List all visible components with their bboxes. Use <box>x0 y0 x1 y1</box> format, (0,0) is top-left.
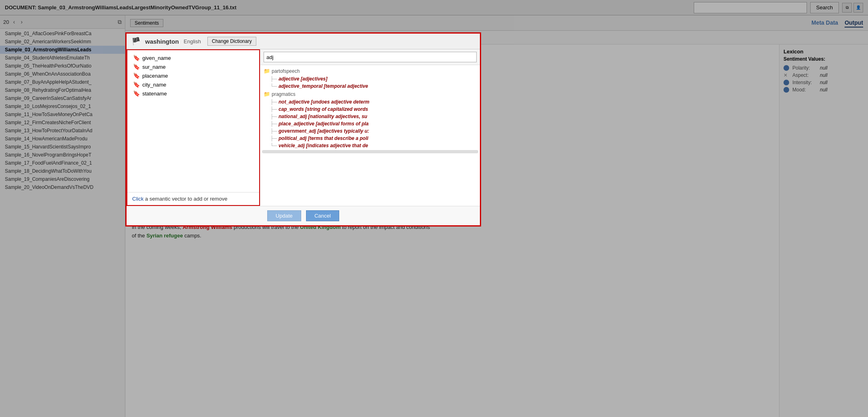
list-item[interactable]: 🔖 city_name <box>131 80 256 89</box>
tree-item-label: adjective [adjectives] <box>279 76 327 82</box>
modal-left-panel: 🔖 given_name 🔖 sur_name 🔖 placename 🔖 ci… <box>127 49 260 206</box>
tree-line: ├─ <box>270 121 277 127</box>
list-item[interactable]: 🔖 given_name <box>131 53 256 62</box>
list-item-label: sur_name <box>142 64 166 70</box>
category-label: pragmatics <box>272 91 296 97</box>
tree-category: 📁 partofspeech <box>260 67 480 75</box>
modal-search-input[interactable] <box>264 52 477 62</box>
tree-item[interactable]: ├─ not_adjective [undoes adjective deter… <box>260 98 480 106</box>
list-item-label: city_name <box>142 82 166 88</box>
tree-line: ├─ <box>270 128 277 134</box>
tree-item-label: adjective_temporal [temporal adjective <box>279 83 368 89</box>
modal-overlay: 🏴 washington English Change Dictionary 🔖… <box>0 0 868 417</box>
modal-dialog: 🏴 washington English Change Dictionary 🔖… <box>125 32 481 226</box>
list-item-label: statename <box>142 91 167 97</box>
modal-footer-text: Click a semantic vector to add or remove <box>127 192 259 205</box>
tree-item-label: place_adjective [adjectival forms of pla <box>279 121 369 127</box>
update-button[interactable]: Update <box>267 210 301 221</box>
change-dictionary-button[interactable]: Change Dictionary <box>207 37 256 46</box>
tree-category: 📁 pragmatics <box>260 90 480 98</box>
tree-item-label: national_adj [nationality adjectives, su <box>279 114 367 119</box>
modal-right-panel: 📁 partofspeech ├─ adjective [adjectives]… <box>260 49 480 206</box>
tree-list: 📁 partofspeech ├─ adjective [adjectives]… <box>260 65 480 206</box>
tree-line: └─ <box>270 83 277 89</box>
folder-icon: 📁 <box>264 91 270 97</box>
modal-language: English <box>184 38 201 44</box>
tree-line: ├─ <box>270 114 277 119</box>
tree-item[interactable]: ├─ cap_words [string of capitalized word… <box>260 106 480 113</box>
list-item[interactable]: 🔖 placename <box>131 71 256 80</box>
tree-item-label: political_adj [terms that describe a pol… <box>279 135 368 141</box>
tree-line: └─ <box>270 143 277 148</box>
tree-item[interactable]: └─ vehicle_adj [indicates adjective that… <box>260 142 480 149</box>
modal-search-bar <box>260 49 480 65</box>
scrollbar-indicator <box>262 150 478 153</box>
modal-header: 🏴 washington English Change Dictionary <box>127 34 480 49</box>
click-text2: a semantic vector to add or remove <box>145 196 228 202</box>
tree-item[interactable]: ├─ adjective [adjectives] <box>260 75 480 83</box>
tree-item-label: government_adj [adjectives typically u: <box>279 128 369 134</box>
bookmark-icon: 🔖 <box>133 55 140 61</box>
tree-item-label: not_adjective [undoes adjective determ <box>279 99 370 105</box>
flag-icon: 🏴 <box>131 37 140 46</box>
bookmark-icon: 🔖 <box>133 72 140 79</box>
bookmark-icon: 🔖 <box>133 64 140 70</box>
modal-title: washington <box>145 38 179 45</box>
tree-line: ├─ <box>270 99 277 105</box>
tree-line: ├─ <box>270 135 277 141</box>
list-item-label: placename <box>142 73 168 79</box>
list-item-label: given_name <box>142 55 171 61</box>
tree-item-label: cap_words [string of capitalized words <box>279 106 368 112</box>
tree-item[interactable]: ├─ place_adjective [adjectival forms of … <box>260 120 480 127</box>
tree-item-label: vehicle_adj [indicates adjective that de <box>279 143 368 148</box>
list-item[interactable]: 🔖 sur_name <box>131 62 256 71</box>
modal-body: 🔖 given_name 🔖 sur_name 🔖 placename 🔖 ci… <box>127 49 480 206</box>
folder-icon: 📁 <box>264 68 270 74</box>
category-label: partofspeech <box>272 68 300 74</box>
tree-item[interactable]: ├─ political_adj [terms that describe a … <box>260 135 480 142</box>
tree-item[interactable]: ├─ national_adj [nationality adjectives,… <box>260 113 480 120</box>
bookmark-icon: 🔖 <box>133 81 140 88</box>
cancel-button[interactable]: Cancel <box>306 210 339 221</box>
modal-button-row: Update Cancel <box>127 206 480 225</box>
tree-line: ├─ <box>270 106 277 112</box>
list-item[interactable]: 🔖 statename <box>131 89 256 98</box>
bookmark-icon: 🔖 <box>133 90 140 97</box>
click-link[interactable]: Click <box>132 196 144 202</box>
tree-item[interactable]: └─ adjective_temporal [temporal adjectiv… <box>260 83 480 90</box>
tree-item[interactable]: ├─ government_adj [adjectives typically … <box>260 127 480 135</box>
modal-left-list: 🔖 given_name 🔖 sur_name 🔖 placename 🔖 ci… <box>127 50 259 192</box>
tree-line: ├─ <box>270 76 277 82</box>
